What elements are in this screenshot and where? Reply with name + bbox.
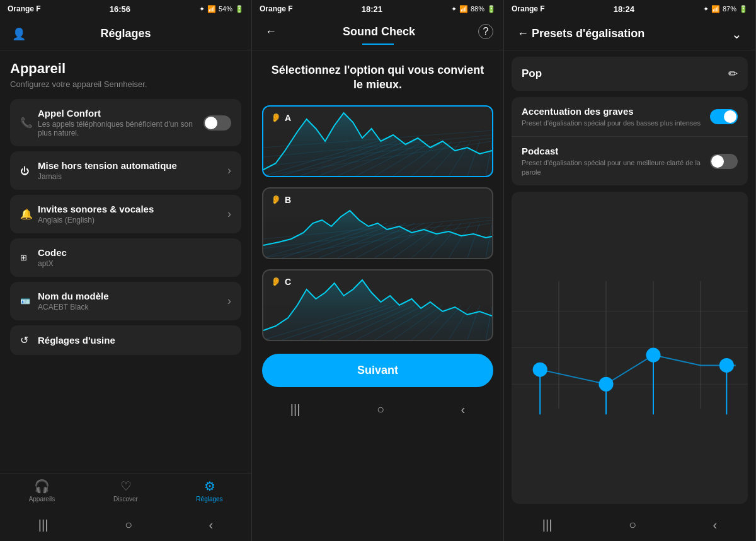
section-header: Appareil Configurez votre appareil Sennh…	[10, 61, 241, 89]
back-icon-3[interactable]: ←	[514, 25, 532, 43]
menu-item-mise-hors-tension[interactable]: ⏻ Mise hors tension automatique Jamais ›	[10, 151, 241, 190]
invites-sonores-subtitle: Anglais (English)	[38, 216, 227, 224]
sound-option-a[interactable]: 👂 A	[262, 105, 493, 177]
battery-1: 54%	[219, 5, 232, 13]
bluetooth-icon-2: ✦	[451, 5, 457, 13]
menu-item-appel-confort[interactable]: 📞 Appel Confort Les appels téléphoniques…	[10, 99, 241, 146]
eq-svg	[512, 192, 748, 504]
preset-podcast[interactable]: Podcast Preset d'égalisation spécial pou…	[512, 137, 748, 185]
wifi-icon-3: 📶	[711, 5, 720, 13]
nom-modele-title: Nom du modèle	[38, 291, 227, 301]
system-home-btn-3[interactable]: ○	[616, 515, 649, 535]
svg-point-63	[719, 358, 734, 373]
battery-icon-2: 🔋	[487, 5, 496, 13]
podcast-text: Podcast Preset d'égalisation spécial pou…	[522, 146, 710, 177]
podcast-toggle[interactable]	[710, 154, 738, 169]
appel-confort-content: Appel Confort Les appels téléphoniques b…	[38, 108, 203, 137]
phone-icon: 📞	[20, 117, 38, 129]
status-bar-2: Orange F 18:21 ✦ 📶 88% 🔋	[252, 0, 503, 18]
waveform-b	[263, 189, 492, 258]
time-2: 18:21	[362, 4, 382, 14]
id-icon: 🪪	[20, 296, 38, 306]
codec-subtitle: aptX	[38, 259, 231, 268]
graves-text: Accentuation des graves Preset d'égalisa…	[522, 106, 701, 127]
bottom-nav-discover-label: Discover	[113, 496, 138, 503]
menu-item-reglages-usine[interactable]: ↺ Réglages d'usine	[10, 325, 241, 355]
appel-confort-subtitle: Les appels téléphoniques bénéficient d'u…	[38, 120, 203, 137]
bluetooth-icon: ✦	[199, 5, 205, 13]
sound-check-header: Sélectionnez l'option qui vous convient …	[252, 50, 503, 100]
graves-toggle[interactable]	[710, 109, 738, 124]
system-menu-btn-3[interactable]: |||	[530, 515, 565, 535]
appel-confort-toggle[interactable]	[203, 115, 231, 131]
top-nav-1: 👤 Réglages	[0, 18, 251, 50]
menu-item-invites-sonores[interactable]: 🔔 Invites sonores & vocales Anglais (Eng…	[10, 195, 241, 233]
dropdown-icon[interactable]: ⌄	[728, 25, 745, 43]
ear-icon-a: 👂	[271, 113, 281, 122]
carrier-1: Orange F	[8, 4, 41, 13]
bell-icon: 🔔	[20, 208, 38, 220]
chevron-right-icon-3: ›	[227, 294, 231, 308]
system-back-btn-2[interactable]: ‹	[449, 400, 478, 419]
help-icon[interactable]: ?	[478, 24, 493, 39]
preset-pop-item[interactable]: Pop ✏	[512, 57, 748, 91]
svg-point-57	[533, 363, 547, 377]
system-home-btn-2[interactable]: ○	[364, 400, 397, 419]
invites-sonores-content: Invites sonores & vocales Anglais (Engli…	[38, 204, 227, 224]
nav-underline	[362, 44, 394, 45]
panel-presets: Orange F 18:24 ✦ 📶 87% 🔋 ← Presets d'éga…	[504, 0, 756, 541]
battery-icon-1: 🔋	[235, 5, 244, 13]
preset-title: Presets d'égalisation	[532, 27, 728, 40]
system-back-btn-1[interactable]: ‹	[197, 515, 226, 535]
status-icons-2: ✦ 📶 88% 🔋	[451, 5, 496, 13]
system-home-btn-1[interactable]: ○	[112, 515, 145, 535]
menu-item-nom-modele[interactable]: 🪪 Nom du modèle ACAEBT Black ›	[10, 282, 241, 320]
bluetooth-icon-3: ✦	[703, 5, 709, 13]
carrier-3: Orange F	[512, 4, 545, 13]
bottom-nav-reglages[interactable]: ⚙ Réglages	[168, 479, 251, 503]
edit-icon[interactable]: ✏	[728, 67, 738, 81]
system-menu-btn-1[interactable]: |||	[26, 515, 61, 535]
bottom-nav-appareils[interactable]: 🎧 Appareils	[0, 479, 84, 503]
mise-hors-tension-title: Mise hors tension automatique	[38, 160, 227, 171]
reset-icon: ↺	[20, 334, 38, 346]
suivant-button[interactable]: Suivant	[262, 354, 493, 387]
bottom-nav-appareils-label: Appareils	[29, 496, 55, 503]
system-nav-1: ||| ○ ‹	[0, 510, 251, 541]
gear-icon-nav: ⚙	[204, 479, 215, 494]
sound-option-c[interactable]: 👂 C	[262, 269, 493, 341]
option-b-label: 👂 B	[271, 195, 291, 205]
menu-item-codec[interactable]: ⊞ Codec aptX	[10, 238, 241, 277]
back-icon-2[interactable]: ←	[262, 23, 280, 40]
ear-icon-b: 👂	[271, 195, 281, 204]
reglages-usine-title: Réglages d'usine	[38, 335, 231, 346]
svg-marker-17	[263, 113, 492, 176]
pop-label: Pop	[522, 67, 542, 80]
ear-icon-c: 👂	[271, 277, 281, 286]
invites-sonores-title: Invites sonores & vocales	[38, 204, 227, 214]
carrier-2: Orange F	[260, 4, 293, 13]
preset-graves[interactable]: Accentuation des graves Preset d'égalisa…	[512, 97, 748, 137]
preset-header: ← Presets d'égalisation ⌄	[504, 18, 755, 50]
sound-option-b[interactable]: 👂 B	[262, 187, 493, 259]
headphones-icon: 🎧	[34, 479, 50, 494]
panel-sound-check: Orange F 18:21 ✦ 📶 88% 🔋 ← Sound Check ?…	[252, 0, 504, 541]
battery-3: 87%	[723, 5, 736, 13]
status-icons-1: ✦ 📶 54% 🔋	[199, 5, 244, 13]
preset-options: Accentuation des graves Preset d'égalisa…	[512, 97, 748, 185]
system-back-btn-3[interactable]: ‹	[701, 515, 730, 535]
mise-hors-tension-subtitle: Jamais	[38, 172, 227, 181]
profile-icon[interactable]: 👤	[10, 25, 28, 43]
system-menu-btn-2[interactable]: |||	[278, 400, 313, 419]
status-bar-1: Orange F 16:56 ✦ 📶 54% 🔋	[0, 0, 251, 18]
wifi-icon: 📶	[207, 5, 216, 13]
time-1: 16:56	[110, 4, 130, 14]
battery-icon-3: 🔋	[739, 5, 748, 13]
podcast-sub: Preset d'égalisation spécial pour une me…	[522, 158, 710, 177]
bottom-nav-1: 🎧 Appareils ♡ Discover ⚙ Réglages	[0, 473, 251, 510]
reglages-usine-content: Réglages d'usine	[38, 335, 231, 346]
wifi-icon-2: 📶	[459, 5, 468, 13]
codec-content: Codec aptX	[38, 247, 231, 268]
battery-2: 88%	[471, 5, 484, 13]
bottom-nav-discover[interactable]: ♡ Discover	[84, 479, 168, 503]
